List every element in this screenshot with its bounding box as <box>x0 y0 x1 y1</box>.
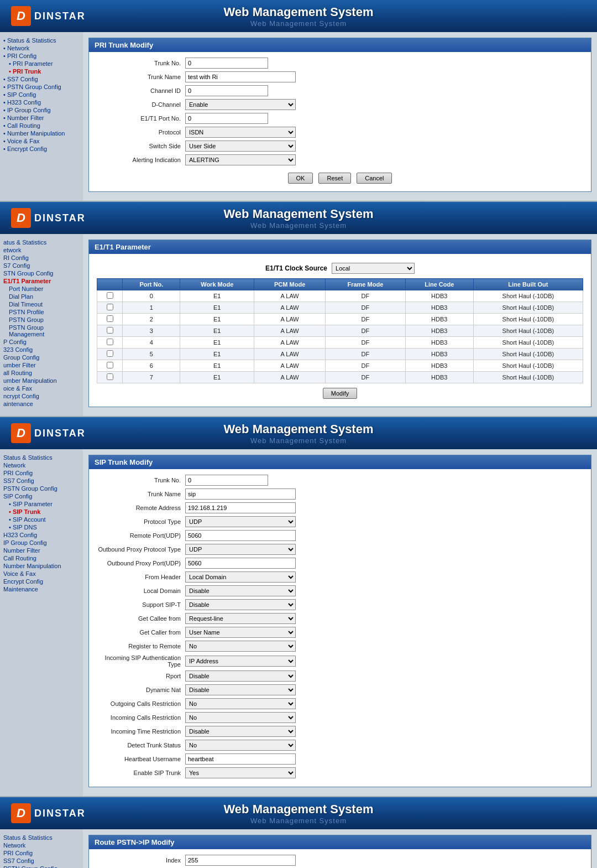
sb3-sip[interactable]: SIP Config <box>3 492 80 500</box>
sel-outgoing-restrict[interactable]: NoYes <box>185 698 296 709</box>
clock-source-select[interactable]: LocalRemote <box>332 263 415 274</box>
sb3-network[interactable]: Network <box>3 461 80 469</box>
select-d-channel[interactable]: EnableDisable <box>185 99 296 110</box>
sb2-dialplan[interactable]: Dial Plan <box>3 293 80 300</box>
td-checkbox-5[interactable] <box>97 349 123 360</box>
select-protocol[interactable]: ISDNCAS <box>185 127 296 138</box>
inp-ob-proxy-port[interactable] <box>185 558 296 569</box>
inp-remote-port[interactable] <box>185 530 296 541</box>
sb2-ipconfig[interactable]: P Config <box>3 338 80 346</box>
input-trunk-name[interactable] <box>185 71 296 82</box>
sel-local-domain[interactable]: DisableEnable <box>185 585 296 596</box>
sb2-numfilter[interactable]: umber Filter <box>3 361 80 369</box>
sb2-pri[interactable]: RI Config <box>3 254 80 262</box>
sel-dynamic-nat[interactable]: DisableEnable <box>185 684 296 695</box>
sb2-pstnprofile[interactable]: PSTN Profile <box>3 308 80 316</box>
sb2-encrypt[interactable]: ncrypt Config <box>3 392 80 400</box>
sb3-sip-dns[interactable]: • SIP DNS <box>3 523 80 531</box>
sidebar-voice-1[interactable]: • Voice & Fax <box>3 137 80 145</box>
sel-rport[interactable]: DisableEnable <box>185 671 296 682</box>
sel-get-callee[interactable]: Request-lineTo Header <box>185 613 296 624</box>
sb2-pstngrp[interactable]: PSTN Group <box>3 316 80 324</box>
sel-support-sipt[interactable]: DisableEnable <box>185 599 296 610</box>
td-checkbox-2[interactable] <box>97 314 123 325</box>
td-checkbox-4[interactable] <box>97 337 123 349</box>
sb3-sip-trunk[interactable]: • SIP Trunk <box>3 508 80 516</box>
sb4-network[interactable]: Network <box>3 841 80 849</box>
inp-remote-addr[interactable] <box>185 502 296 513</box>
sel-incoming-time[interactable]: DisableEnable <box>185 726 296 737</box>
sb3-h323[interactable]: H323 Config <box>3 531 80 539</box>
sb2-pstngrpmgmt[interactable]: PSTN Group Management <box>3 324 80 338</box>
sb3-maint[interactable]: Maintenance <box>3 585 80 593</box>
sel-incoming-restrict[interactable]: NoYes <box>185 712 296 723</box>
sb3-voice[interactable]: Voice & Fax <box>3 570 80 578</box>
sb2-portnum[interactable]: Port Number <box>3 285 80 293</box>
cancel-button-1[interactable]: Cancel <box>357 173 392 184</box>
sel-sip-auth[interactable]: IP AddressUser <box>185 656 296 667</box>
select-switch-side[interactable]: User SideNetwork Side <box>185 141 296 152</box>
sidebar-h323-1[interactable]: • H323 Config <box>3 98 80 106</box>
sidebar-pri-param-1[interactable]: • PRI Parameter <box>3 60 80 67</box>
sidebar-status-1[interactable]: • Status & Statistics <box>3 37 80 44</box>
sb2-callroute[interactable]: all Routing <box>3 369 80 377</box>
sb2-voice[interactable]: oice & Fax <box>3 384 80 392</box>
sb2-h323[interactable]: 323 Config <box>3 346 80 354</box>
inp-sip-trunk-name[interactable] <box>185 488 296 500</box>
sb3-pstn[interactable]: PSTN Group Config <box>3 485 80 492</box>
sidebar-network-1[interactable]: • Network <box>3 44 80 52</box>
sb3-sip-acct[interactable]: • SIP Account <box>3 516 80 523</box>
sb2-pstn[interactable]: STN Group Config <box>3 269 80 277</box>
sidebar-sip-1[interactable]: • SIP Config <box>3 91 80 98</box>
sel-ob-proxy-proto[interactable]: UDPTCP <box>185 544 296 555</box>
sb3-status[interactable]: Status & Statistics <box>3 454 80 461</box>
input-trunk-no[interactable] <box>185 58 268 69</box>
sb3-encrypt[interactable]: Encrypt Config <box>3 578 80 585</box>
sb2-e1t1[interactable]: E1/T1 Parameter <box>3 277 80 285</box>
sb2-dialtimeout[interactable]: Dial Timeout <box>3 300 80 308</box>
sb3-nummanip[interactable]: Number Manipulation <box>3 562 80 570</box>
inp-heartbeat[interactable] <box>185 753 296 765</box>
sb2-maint[interactable]: aintenance <box>3 400 80 408</box>
sel-proto-type[interactable]: UDPTCPTLS <box>185 516 296 527</box>
sb2-ss7[interactable]: S7 Config <box>3 262 80 269</box>
sidebar-pstn-grp-1[interactable]: • PSTN Group Config <box>3 83 80 91</box>
td-checkbox-3[interactable] <box>97 325 123 337</box>
input-channel-id[interactable] <box>185 85 268 96</box>
sb3-ipgrp[interactable]: IP Group Config <box>3 539 80 547</box>
input-e1t1-port[interactable] <box>185 113 268 124</box>
sel-from-header[interactable]: Local DomainRemote <box>185 571 296 583</box>
td-checkbox-6[interactable] <box>97 360 123 372</box>
sidebar-ipgrp-1[interactable]: • IP Group Config <box>3 106 80 114</box>
sb4-pstn[interactable]: PSTN Group Config <box>3 865 80 868</box>
sel-get-caller[interactable]: User NameDisplay Name <box>185 627 296 638</box>
ok-button-1[interactable]: OK <box>288 173 313 184</box>
inp-sip-trunk-no[interactable] <box>185 475 268 486</box>
sb3-callroute[interactable]: Call Routing <box>3 554 80 562</box>
sb3-sip-param[interactable]: • SIP Parameter <box>3 500 80 508</box>
sidebar-pri-config-1[interactable]: • PRI Config <box>3 52 80 60</box>
sb4-pri[interactable]: PRI Config <box>3 849 80 857</box>
sel-detect-trunk[interactable]: NoYes <box>185 740 296 751</box>
sidebar-numfilter-1[interactable]: • Number Filter <box>3 114 80 122</box>
select-alerting[interactable]: ALERTINGPROGRESS <box>185 154 296 165</box>
sidebar-nummanip-1[interactable]: • Number Manipulation <box>3 129 80 137</box>
sidebar-encrypt-1[interactable]: • Encrypt Config <box>3 145 80 153</box>
sb2-grpconfig[interactable]: Group Config <box>3 354 80 361</box>
sb2-status[interactable]: atus & Statistics <box>3 238 80 246</box>
sidebar-ss7-1[interactable]: • SS7 Config <box>3 75 80 83</box>
sb3-ss7[interactable]: SS7 Config <box>3 477 80 485</box>
sel-reg-remote[interactable]: NoYes <box>185 641 296 652</box>
sb2-nummanip[interactable]: umber Manipulation <box>3 377 80 384</box>
td-checkbox-7[interactable] <box>97 372 123 383</box>
sidebar-pri-trunk-1[interactable]: • PRI Trunk <box>3 67 80 75</box>
sb3-pri[interactable]: PRI Config <box>3 469 80 477</box>
sb4-ss7[interactable]: SS7 Config <box>3 857 80 865</box>
td-checkbox-1[interactable] <box>97 302 123 314</box>
reset-button-1[interactable]: Reset <box>318 173 351 184</box>
sel-enable-sip[interactable]: YesNo <box>185 767 296 778</box>
modify-button[interactable]: Modify <box>323 388 357 399</box>
sb2-network[interactable]: etwork <box>3 246 80 254</box>
sb3-numfilter[interactable]: Number Filter <box>3 547 80 554</box>
sb4-status[interactable]: Status & Statistics <box>3 834 80 841</box>
